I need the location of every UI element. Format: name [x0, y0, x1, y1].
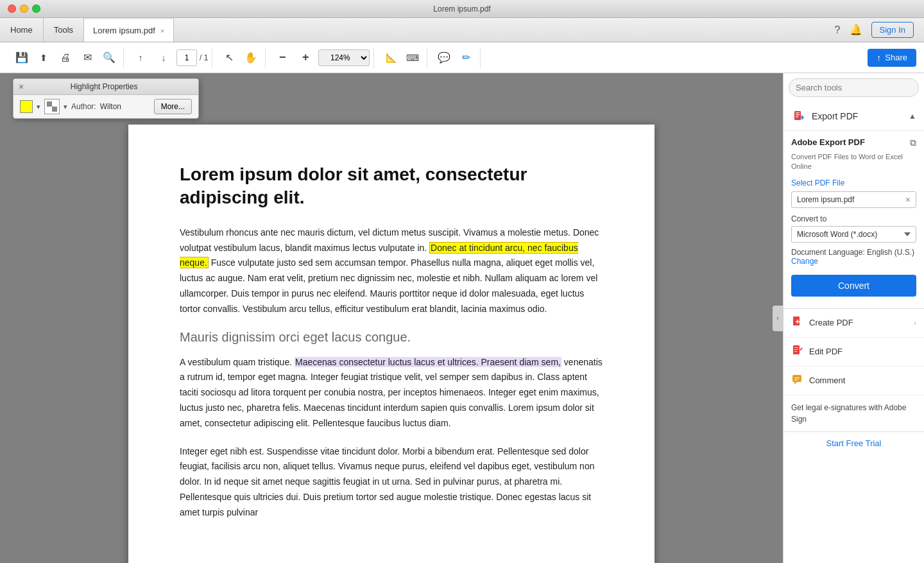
- start-free-trial-link[interactable]: Start Free Trial: [826, 438, 882, 448]
- author-value: Wilton: [100, 102, 121, 111]
- create-pdf-chevron: ›: [914, 319, 916, 327]
- create-pdf-icon: [791, 315, 804, 331]
- comment-label: Comment: [809, 376, 916, 385]
- para2-highlighted-purple: Maecenas consectetur luctus lacus et ult…: [295, 357, 561, 367]
- keyboard-button[interactable]: ⌨: [402, 48, 423, 68]
- tab-tools-label: Tools: [54, 25, 73, 35]
- edit-pdf-icon: [791, 344, 804, 359]
- svg-rect-0: [47, 101, 52, 107]
- author-label: Author:: [71, 102, 96, 111]
- close-window-button[interactable]: [8, 4, 16, 13]
- tab-doc-label: Lorem ipsum.pdf: [93, 26, 155, 35]
- highlight-panel-close[interactable]: ×: [19, 82, 24, 92]
- email-button[interactable]: ✉: [77, 48, 98, 68]
- svg-rect-9: [793, 316, 800, 325]
- file-clear-button[interactable]: ×: [905, 195, 911, 205]
- save-button[interactable]: 💾: [12, 48, 32, 68]
- toolbar: 💾 ⬆ 🖨 ✉ 🔍 ↑ ↓ / 1 ↖ ✋ − + 124% 100% 150%…: [0, 42, 924, 73]
- print-button[interactable]: 🖨: [55, 48, 76, 68]
- dropdown-arrow[interactable]: ▾: [37, 103, 40, 111]
- para2-after: venenatis a rutrum id, tempor eget magna…: [180, 357, 603, 428]
- pdf-page: Lorem ipsum dolor sit amet, consectetur …: [128, 125, 654, 563]
- main-layout: × Highlight Properties ▾ ▾ Author: W: [0, 73, 924, 563]
- convert-to-select[interactable]: Microsoft Word (*.docx): [791, 226, 916, 243]
- measurement-group: 📐 ⌨: [377, 48, 427, 68]
- zoom-out-button[interactable]: −: [272, 48, 293, 68]
- select-pdf-label: Select PDF File: [791, 178, 916, 187]
- upload-button[interactable]: ⬆: [33, 48, 54, 68]
- pdf-paragraph-3: Integer eget nibh est. Suspendisse vitae…: [180, 444, 603, 521]
- adobe-export-title: Adobe Export PDF: [791, 137, 865, 147]
- file-tools-group: 💾 ⬆ 🖨 ✉ 🔍: [8, 48, 124, 68]
- page-total: / 1: [200, 53, 208, 62]
- window-title: Lorem ipsum.pdf: [433, 4, 490, 13]
- pen-button[interactable]: ✏: [456, 48, 476, 68]
- tab-home[interactable]: Home: [0, 18, 44, 42]
- pdf-paragraph-2: A vestibulum quam tristique. Maecenas co…: [180, 355, 603, 431]
- notifications-icon[interactable]: 🔔: [850, 24, 862, 36]
- svg-rect-1: [52, 107, 57, 112]
- export-pdf-chevron-up: ▲: [909, 112, 916, 121]
- help-icon[interactable]: ?: [835, 24, 841, 36]
- svg-marker-18: [794, 382, 797, 385]
- comment-section[interactable]: Comment: [783, 367, 924, 395]
- copy-icon[interactable]: ⧉: [910, 137, 916, 148]
- tab-tools[interactable]: Tools: [44, 18, 84, 42]
- change-language-link[interactable]: Change: [791, 257, 818, 266]
- navigation-group: ↑ ↓ / 1: [126, 48, 212, 68]
- svg-rect-13: [794, 347, 798, 348]
- pdf-area[interactable]: × Highlight Properties ▾ ▾ Author: W: [0, 73, 783, 563]
- export-pdf-section: Export PDF ▲ Adobe Export PDF ⧉ Convert …: [783, 102, 924, 309]
- color-swatch[interactable]: [20, 100, 33, 113]
- adobe-export-desc: Convert PDF Files to Word or Excel Onlin…: [791, 152, 916, 172]
- share-icon: ↑: [877, 53, 881, 63]
- esign-section: Get legal e-signatures with Adobe Sign: [783, 395, 924, 432]
- tabbar-right: ? 🔔 Sign In: [835, 18, 914, 42]
- start-free-trial-section: Start Free Trial: [783, 432, 924, 454]
- convert-button[interactable]: Convert: [791, 275, 916, 297]
- prev-page-button[interactable]: ↑: [130, 48, 151, 68]
- svg-rect-3: [47, 107, 52, 112]
- convert-to-label: Convert to: [791, 214, 916, 223]
- search-tools-input[interactable]: [789, 78, 919, 97]
- pdf-title: Lorem ipsum dolor sit amet, consectetur …: [180, 163, 603, 210]
- zoom-group: − + 124% 100% 150% 200%: [268, 48, 374, 68]
- zoom-in-button[interactable]: +: [295, 48, 316, 68]
- opacity-dropdown-arrow[interactable]: ▾: [64, 103, 67, 111]
- select-cursor-button[interactable]: ↖: [219, 48, 239, 68]
- edit-pdf-label: Edit PDF: [809, 347, 916, 356]
- window-controls: [8, 4, 40, 13]
- close-tab-button[interactable]: ×: [160, 27, 164, 35]
- share-button[interactable]: ↑ Share: [868, 49, 916, 67]
- titlebar: Lorem ipsum.pdf: [0, 0, 924, 18]
- measure-button[interactable]: 📐: [381, 48, 401, 68]
- svg-rect-2: [52, 101, 57, 107]
- collapse-panel-arrow[interactable]: ›: [773, 306, 783, 331]
- more-button[interactable]: More...: [154, 99, 192, 114]
- svg-rect-19: [794, 377, 800, 378]
- zoom-select[interactable]: 124% 100% 150% 200%: [318, 49, 370, 66]
- search-button[interactable]: 🔍: [99, 48, 119, 68]
- comment-icon: [791, 373, 804, 388]
- svg-rect-5: [796, 112, 800, 114]
- export-pdf-header[interactable]: Export PDF ▲: [783, 102, 924, 130]
- file-input-row[interactable]: Lorem ipsum.pdf ×: [791, 191, 916, 208]
- annotation-group: 💬 ✏: [430, 48, 481, 68]
- create-pdf-section[interactable]: Create PDF ›: [783, 309, 924, 338]
- opacity-button[interactable]: [44, 99, 60, 114]
- sign-in-button[interactable]: Sign In: [871, 22, 914, 38]
- create-pdf-label: Create PDF: [809, 318, 909, 327]
- svg-rect-15: [794, 351, 797, 352]
- adobe-export-header: Adobe Export PDF ⧉: [791, 137, 916, 148]
- comment-button[interactable]: 💬: [434, 48, 454, 68]
- page-number-input[interactable]: [176, 49, 197, 66]
- minimize-window-button[interactable]: [20, 4, 28, 13]
- hand-tool-button[interactable]: ✋: [241, 48, 261, 68]
- tab-document[interactable]: Lorem ipsum.pdf ×: [84, 18, 174, 42]
- tabbar: Home Tools Lorem ipsum.pdf × ? 🔔 Sign In: [0, 18, 924, 42]
- maximize-window-button[interactable]: [32, 4, 40, 13]
- doc-language-row: Document Language: English (U.S.) Change: [791, 248, 916, 266]
- share-label: Share: [885, 53, 907, 62]
- edit-pdf-section[interactable]: Edit PDF: [783, 338, 924, 367]
- next-page-button[interactable]: ↓: [153, 48, 174, 68]
